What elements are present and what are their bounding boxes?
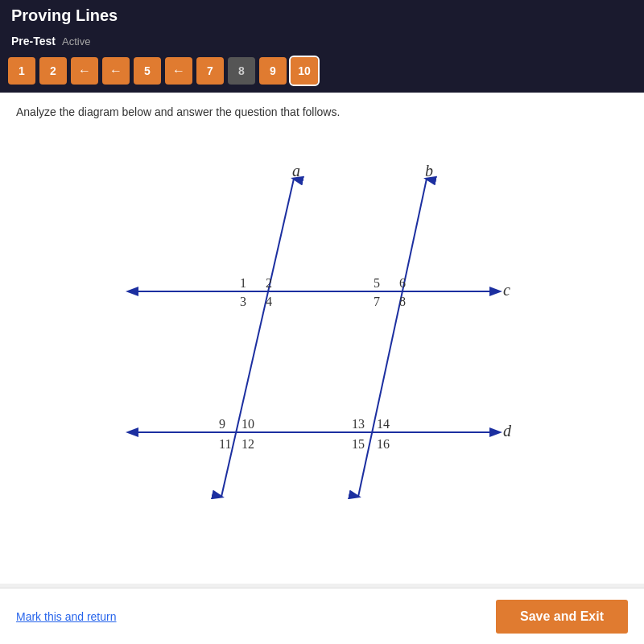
label-a: a [292, 162, 300, 180]
diagram-area: a b c d 1 2 3 4 5 6 7 8 9 10 11 12 [16, 134, 628, 553]
label-8: 8 [399, 295, 406, 308]
label-c: c [503, 281, 510, 299]
svg-line-3 [358, 179, 427, 497]
main-content: Analyze the diagram below and answer the… [0, 93, 644, 584]
sub-header: Pre-Test Active [0, 31, 644, 52]
page-title: Proving Lines [0, 0, 644, 31]
nav-btn-back-2[interactable]: ← [102, 57, 130, 85]
title-text: Proving Lines [11, 6, 118, 24]
label-1: 1 [240, 276, 246, 290]
nav-btn-7[interactable]: 7 [196, 57, 224, 85]
label-13: 13 [352, 417, 365, 431]
label-16: 16 [377, 437, 390, 451]
nav-btn-8[interactable]: 8 [228, 57, 255, 85]
save-exit-button[interactable]: Save and Exit [496, 600, 628, 634]
label-d: d [503, 422, 512, 440]
label-15: 15 [352, 437, 365, 451]
label-10: 10 [242, 417, 254, 431]
label-9: 9 [219, 417, 225, 431]
nav-btn-5[interactable]: 5 [134, 57, 161, 85]
status-badge: Active [62, 35, 90, 47]
nav-btn-2[interactable]: 2 [39, 57, 67, 85]
label-6: 6 [399, 276, 406, 290]
nav-btn-1[interactable]: 1 [8, 57, 35, 85]
label-11: 11 [219, 437, 231, 451]
nav-btn-10[interactable]: 10 [291, 57, 318, 85]
label-b: b [425, 162, 433, 180]
label-3: 3 [240, 295, 246, 308]
nav-btn-back-3[interactable]: ← [165, 57, 192, 85]
nav-btn-9[interactable]: 9 [259, 57, 287, 85]
label-14: 14 [377, 417, 390, 431]
geometry-svg: a b c d 1 2 3 4 5 6 7 8 9 10 11 12 [16, 134, 628, 553]
test-label: Pre-Test [11, 35, 56, 47]
label-2: 2 [266, 276, 272, 290]
instruction-text: Analyze the diagram below and answer the… [16, 105, 628, 118]
label-5: 5 [374, 276, 380, 290]
nav-bar: 1 2 ← ← 5 ← 7 8 9 10 [0, 52, 644, 93]
nav-btn-back-1[interactable]: ← [71, 57, 98, 85]
label-7: 7 [374, 295, 380, 308]
label-12: 12 [242, 437, 254, 451]
footer: Mark this and return Save and Exit [0, 588, 644, 644]
svg-line-2 [221, 179, 294, 497]
label-4: 4 [266, 295, 272, 308]
mark-return-button[interactable]: Mark this and return [16, 610, 117, 623]
